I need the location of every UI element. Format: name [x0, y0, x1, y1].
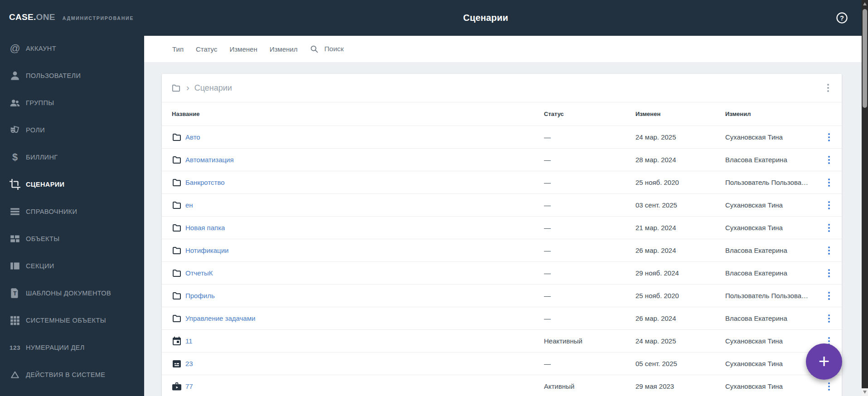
- modified-by-cell: Сухановская Тина: [725, 133, 816, 141]
- table-row: 11 Неактивный 24 мар. 2025 Сухановская Т…: [162, 330, 842, 353]
- scenario-link[interactable]: 11: [185, 337, 193, 345]
- filter-3[interactable]: Изменен: [229, 45, 257, 53]
- status-cell: —: [544, 179, 635, 186]
- status-cell: —: [544, 360, 635, 367]
- modified-by-cell: Власова Екатерина: [725, 269, 816, 277]
- sidebar-item-label: ШАБЛОНЫ ДОКУМЕНТОВ: [26, 290, 111, 297]
- folder-icon: [171, 200, 182, 211]
- table-row: Автоматизация — 28 мар. 2024 Власова Ека…: [162, 149, 842, 171]
- row-menu-kebab-icon[interactable]: [823, 267, 835, 280]
- row-menu-kebab-icon[interactable]: [823, 380, 835, 393]
- name-cell: Профиль: [162, 290, 544, 301]
- table-row: Банкротство — 25 нояб. 2020 Пользователь…: [162, 171, 842, 194]
- scenario-link[interactable]: 23: [185, 360, 193, 367]
- row-menu-kebab-icon[interactable]: [823, 131, 835, 144]
- scenario-link[interactable]: Нотификации: [185, 246, 228, 254]
- scenario-link[interactable]: 77: [185, 382, 193, 390]
- app-logo: CASE. ONE АДМИНИСТРИРОВАНИЕ: [0, 0, 144, 22]
- column-header-name: Название: [162, 111, 544, 117]
- scroll-up-arrow-icon[interactable]: [863, 2, 867, 5]
- status-cell: —: [544, 269, 635, 277]
- scenario-link[interactable]: Автоматизация: [185, 156, 234, 164]
- sidebar-item-objects[interactable]: ОБЪЕКТЫ: [0, 225, 144, 252]
- table-row: Профиль — 25 нояб. 2020 Пользователь Пол…: [162, 285, 842, 307]
- sidebar-item-document-templates[interactable]: ШАБЛОНЫ ДОКУМЕНТОВ: [0, 280, 144, 307]
- card-menu-kebab-icon[interactable]: [822, 82, 834, 94]
- scenario-link[interactable]: Управление задачами: [185, 314, 255, 322]
- sidebar-item-billing[interactable]: БИЛЛИНГ: [0, 144, 144, 171]
- name-cell: Управление задачами: [162, 313, 544, 324]
- list-icon: [9, 206, 21, 217]
- status-cell: —: [544, 156, 635, 164]
- status-cell: —: [544, 246, 635, 254]
- grid-icon: [9, 314, 21, 326]
- folder-root-icon[interactable]: [171, 83, 181, 93]
- scenario-link[interactable]: Новая папка: [185, 224, 225, 232]
- name-cell: 23: [162, 358, 544, 369]
- row-menu-kebab-icon[interactable]: [823, 199, 835, 212]
- scenario-link[interactable]: ен: [185, 201, 193, 209]
- column-header-modified: Изменен: [635, 111, 725, 117]
- filter-4[interactable]: Изменил: [270, 45, 298, 53]
- sidebar-item-sections[interactable]: СЕКЦИИ: [0, 252, 144, 280]
- subtitles-icon: [171, 358, 182, 369]
- row-menu-kebab-icon[interactable]: [823, 312, 835, 325]
- logo-primary: CASE.: [9, 12, 36, 22]
- scrollbar-thumb[interactable]: [863, 9, 867, 108]
- help-icon[interactable]: [836, 12, 848, 24]
- modified-by-cell: Пользователь Пользова…: [725, 179, 816, 186]
- sidebar-item-scenarios[interactable]: СЦЕНАРИИ: [0, 171, 144, 198]
- row-menu-kebab-icon[interactable]: [823, 176, 835, 189]
- modified-cell: 25 нояб. 2020: [635, 292, 725, 299]
- scenario-link[interactable]: Банкротство: [185, 179, 225, 186]
- sidebar-item-system-objects[interactable]: СИСТЕМНЫЕ ОБЪЕКТЫ: [0, 307, 144, 334]
- sidebar-item-label: СИСТЕМНЫЕ ОБЪЕКТЫ: [26, 317, 106, 324]
- breadcrumb: › Сценарии: [162, 74, 842, 102]
- modified-cell: 25 нояб. 2020: [635, 179, 725, 186]
- folder-icon: [171, 177, 182, 188]
- page-title: Сценарии: [463, 13, 508, 23]
- sidebar-item-label: НУМЕРАЦИИ ДЕЛ: [26, 344, 85, 351]
- sidebar-nav: АККАУНТ ПОЛЬЗОВАТЕЛИ ГРУППЫ РОЛИ БИЛЛИНГ…: [0, 35, 144, 388]
- sidebar-item-system-actions[interactable]: ДЕЙСТВИЯ В СИСТЕМЕ: [0, 361, 144, 388]
- folder-icon: [171, 245, 182, 256]
- sidebar-item-label: ПОЛЬЗОВАТЕЛИ: [26, 72, 81, 79]
- sidebar-item-groups[interactable]: ГРУППЫ: [0, 89, 144, 116]
- row-menu-kebab-icon[interactable]: [823, 222, 835, 234]
- modified-by-cell: Власова Екатерина: [725, 156, 816, 164]
- scenario-link[interactable]: Авто: [185, 133, 200, 141]
- sidebar-item-case-numbering[interactable]: НУМЕРАЦИИ ДЕЛ: [0, 334, 144, 361]
- name-cell: Нотификации: [162, 245, 544, 256]
- scenario-link[interactable]: ОтчетыК: [185, 269, 213, 277]
- search-input[interactable]: [324, 45, 424, 53]
- folder-icon: [171, 290, 182, 301]
- table-row: Новая папка — 21 мар. 2024 Сухановская Т…: [162, 217, 842, 239]
- row-menu-kebab-icon[interactable]: [823, 290, 835, 302]
- scroll-down-arrow-icon[interactable]: [862, 388, 868, 396]
- sidebar-item-label: БИЛЛИНГ: [26, 154, 58, 161]
- sidebar-item-roles[interactable]: РОЛИ: [0, 116, 144, 144]
- filter-bar: ТипСтатусИзмененИзменил: [144, 36, 862, 62]
- sidebar-item-directories[interactable]: СПРАВОЧНИКИ: [0, 198, 144, 225]
- folder-icon: [171, 222, 182, 233]
- scenario-link[interactable]: Профиль: [185, 292, 215, 299]
- modified-cell: 29 нояб. 2024: [635, 269, 725, 277]
- filter-2[interactable]: Статус: [196, 45, 217, 53]
- name-cell: Банкротство: [162, 177, 544, 188]
- row-menu-kebab-icon[interactable]: [823, 154, 835, 166]
- modified-by-cell: Пользователь Пользова…: [725, 292, 816, 299]
- modified-by-cell: Власова Екатерина: [725, 314, 816, 322]
- crop-icon: [9, 179, 21, 190]
- status-cell: —: [544, 133, 635, 141]
- sidebar-item-label: СЦЕНАРИИ: [26, 181, 64, 188]
- sidebar-item-account[interactable]: АККАУНТ: [0, 35, 144, 62]
- sidebar-item-users[interactable]: ПОЛЬЗОВАТЕЛИ: [0, 62, 144, 89]
- modified-by-cell: Сухановская Тина: [725, 382, 816, 390]
- modified-by-cell: Сухановская Тина: [725, 201, 816, 209]
- filter-1[interactable]: Тип: [172, 45, 184, 53]
- table-body: Авто — 24 мар. 2025 Сухановская Тина Авт…: [162, 126, 842, 396]
- add-button[interactable]: +: [806, 343, 842, 380]
- at-icon: [9, 43, 21, 54]
- row-menu-kebab-icon[interactable]: [823, 244, 835, 257]
- sidebar-item-label: ДЕЙСТВИЯ В СИСТЕМЕ: [26, 371, 105, 378]
